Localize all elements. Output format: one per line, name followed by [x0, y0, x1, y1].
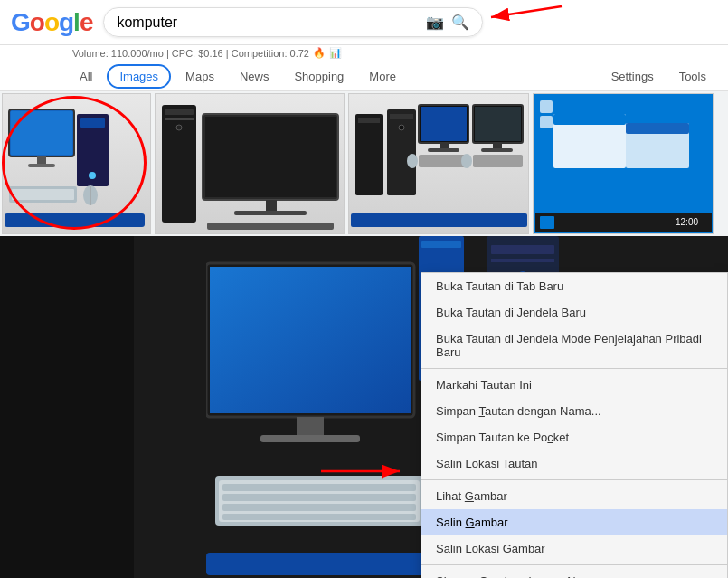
svg-rect-67 [222, 514, 416, 520]
svg-rect-45 [553, 114, 626, 125]
tab-all[interactable]: All [69, 64, 103, 90]
nav-settings: Settings Tools [600, 64, 717, 90]
svg-rect-3 [80, 118, 105, 128]
nav-tabs: All Images Maps News Shopping More Setti… [0, 61, 728, 91]
svg-rect-52 [491, 245, 554, 254]
computer-svg-3 [351, 96, 527, 232]
svg-rect-29 [421, 107, 467, 141]
volume-bar: Volume: 110.000/mo | CPC: $0.16 | Compet… [0, 45, 728, 61]
svg-rect-35 [481, 148, 513, 152]
svg-rect-43 [540, 216, 554, 229]
image-strip: 12:00 [0, 91, 728, 236]
svg-rect-25 [387, 109, 416, 195]
image-result-2[interactable] [155, 93, 345, 234]
image-result-4[interactable]: 12:00 [533, 93, 714, 234]
svg-rect-8 [28, 164, 55, 167]
svg-point-27 [399, 125, 404, 130]
svg-rect-6 [11, 111, 72, 155]
svg-text:12:00: 12:00 [676, 217, 698, 227]
context-open-tab[interactable]: Buka Tautan di Tab Baru [421, 273, 727, 299]
svg-rect-19 [205, 117, 336, 197]
left-panel [0, 236, 134, 578]
svg-rect-66 [222, 504, 416, 511]
svg-rect-22 [207, 223, 334, 230]
svg-rect-36 [419, 155, 468, 167]
svg-rect-48 [540, 100, 553, 113]
chart-icon: 📊 [329, 47, 342, 59]
context-separator-1 [421, 368, 727, 369]
search-input[interactable] [117, 14, 426, 31]
svg-point-38 [407, 154, 418, 168]
context-copy-image-location[interactable]: Salin Lokasi Gambar [421, 535, 727, 562]
svg-point-4 [89, 172, 96, 179]
svg-rect-30 [440, 143, 449, 148]
svg-rect-13 [5, 213, 145, 227]
header: Google 📷 🔍 [0, 0, 728, 45]
main-content: Buka Tautan di Tab Baru Buka Tautan di J… [0, 236, 728, 578]
arrow-annotation-search [482, 0, 563, 35]
svg-rect-16 [165, 118, 194, 120]
svg-rect-14 [162, 105, 196, 223]
google-logo: Google [11, 8, 92, 37]
svg-rect-33 [475, 107, 521, 141]
center-image-area: Buka Tautan di Tab Baru Buka Tautan di J… [134, 236, 728, 578]
svg-rect-53 [491, 259, 554, 262]
context-open-private[interactable]: Buka Tautan di Jendela Mode Penjelajahan… [421, 326, 727, 365]
context-menu: Buka Tautan di Tab Baru Buka Tautan di J… [421, 272, 728, 578]
context-separator-2 [421, 479, 727, 480]
tab-maps[interactable]: Maps [175, 64, 225, 90]
svg-rect-60 [297, 417, 324, 435]
svg-rect-20 [266, 200, 277, 211]
computer-svg-2 [157, 96, 343, 232]
svg-point-39 [461, 154, 472, 168]
image-result-3[interactable] [348, 93, 529, 234]
svg-rect-34 [493, 143, 502, 148]
svg-rect-23 [355, 114, 383, 195]
camera-icon[interactable]: 📷 [426, 14, 444, 31]
context-bookmark[interactable]: Markahi Tautan Ini [421, 372, 727, 398]
svg-rect-15 [165, 109, 194, 115]
context-copy-image[interactable]: Salin Gambar [421, 509, 727, 535]
svg-rect-61 [260, 435, 360, 442]
svg-rect-64 [222, 484, 416, 491]
context-copy-location[interactable]: Salin Lokasi Tautan [421, 450, 727, 477]
svg-rect-10 [12, 189, 74, 200]
svg-rect-21 [234, 211, 307, 215]
image-result-1[interactable] [2, 93, 151, 234]
tab-tools[interactable]: Tools [668, 64, 717, 90]
tab-settings[interactable]: Settings [600, 64, 665, 90]
context-save-image[interactable]: Simpan Gambar dengan Nama... [421, 568, 727, 578]
fire-icon: 🔥 [313, 47, 326, 59]
context-separator-3 [421, 564, 727, 565]
windows10-svg: 12:00 [535, 96, 712, 232]
svg-point-17 [176, 125, 182, 130]
tab-shopping[interactable]: Shopping [283, 64, 355, 90]
svg-rect-59 [210, 267, 411, 413]
svg-rect-31 [428, 148, 459, 152]
context-open-window[interactable]: Buka Tautan di Jendela Baru [421, 299, 727, 326]
svg-rect-56 [421, 241, 461, 248]
volume-text: Volume: 110.000/mo | CPC: $0.16 | Compet… [72, 48, 309, 59]
svg-rect-7 [37, 156, 46, 164]
image-results-strip: 12:00 [0, 91, 728, 236]
tab-news[interactable]: News [229, 64, 280, 90]
computer-svg-1 [5, 96, 149, 232]
context-view-image[interactable]: Lihat Gambar [421, 483, 727, 509]
search-bar: 📷 🔍 [103, 7, 483, 37]
svg-line-1 [491, 6, 562, 17]
tab-images[interactable]: Images [107, 64, 171, 89]
tab-more[interactable]: More [358, 64, 407, 90]
svg-rect-65 [222, 494, 416, 501]
svg-rect-49 [540, 116, 553, 128]
search-icon[interactable]: 🔍 [451, 14, 469, 31]
svg-rect-47 [626, 123, 689, 134]
svg-rect-24 [358, 118, 380, 123]
context-save-name[interactable]: Simpan Tautan dengan Nama... [421, 398, 727, 424]
svg-rect-26 [390, 114, 413, 119]
svg-rect-40 [351, 213, 527, 227]
context-save-pocket[interactable]: Simpan Tautan ke Pocket [421, 424, 727, 450]
svg-rect-37 [473, 155, 523, 167]
